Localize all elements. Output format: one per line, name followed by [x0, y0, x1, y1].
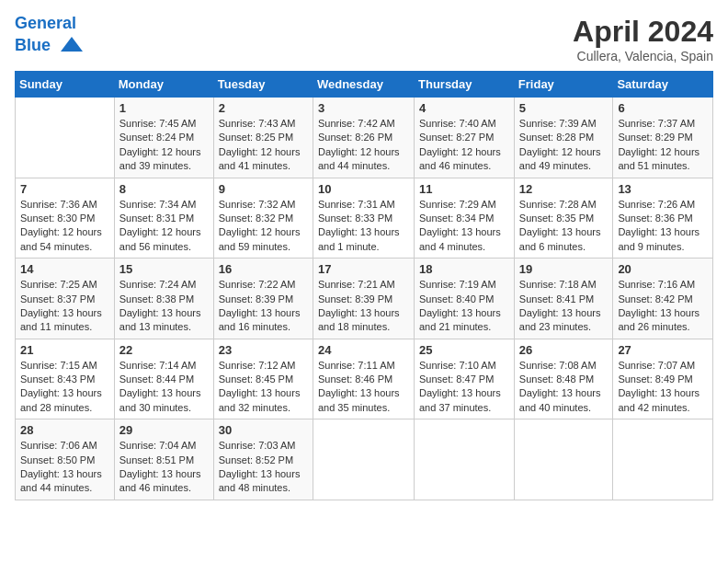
sunrise-text: Sunrise: 7:42 AM — [318, 118, 395, 129]
sunrise-text: Sunrise: 7:36 AM — [20, 199, 97, 210]
day-info: Sunrise: 7:04 AM Sunset: 8:51 PM Dayligh… — [119, 439, 209, 496]
sunset-text: Sunset: 8:41 PM — [519, 293, 594, 304]
sunrise-text: Sunrise: 7:11 AM — [318, 360, 395, 371]
sunset-text: Sunset: 8:49 PM — [618, 373, 692, 385]
sunset-text: Sunset: 8:43 PM — [20, 373, 95, 385]
sunrise-text: Sunrise: 7:45 AM — [119, 118, 197, 129]
daylight-text: Daylight: 13 hours and 11 minutes. — [20, 307, 102, 332]
day-info: Sunrise: 7:36 AM Sunset: 8:30 PM Dayligh… — [20, 198, 109, 255]
calendar-header-row: SundayMondayTuesdayWednesdayThursdayFrid… — [16, 72, 713, 98]
sunrise-text: Sunrise: 7:15 AM — [20, 360, 97, 371]
daylight-text: Daylight: 12 hours and 41 minutes. — [219, 146, 301, 171]
day-info: Sunrise: 7:03 AM Sunset: 8:52 PM Dayligh… — [219, 439, 308, 496]
sunrise-text: Sunrise: 7:06 AM — [20, 440, 97, 451]
day-info: Sunrise: 7:06 AM Sunset: 8:50 PM Dayligh… — [20, 439, 109, 496]
daylight-text: Daylight: 12 hours and 49 minutes. — [519, 146, 601, 171]
sunset-text: Sunset: 8:25 PM — [219, 132, 293, 143]
sunset-text: Sunset: 8:31 PM — [119, 213, 194, 224]
daylight-text: Daylight: 12 hours and 39 minutes. — [119, 146, 201, 171]
sunrise-text: Sunrise: 7:19 AM — [419, 279, 496, 290]
sunrise-text: Sunrise: 7:25 AM — [20, 279, 97, 290]
title-block: April 2024 Cullera, Valencia, Spain — [573, 15, 713, 63]
day-info: Sunrise: 7:40 AM Sunset: 8:27 PM Dayligh… — [419, 117, 509, 174]
sunrise-text: Sunrise: 7:28 AM — [519, 199, 597, 210]
calendar-cell — [313, 419, 414, 500]
calendar-week-row: 1 Sunrise: 7:45 AM Sunset: 8:24 PM Dayli… — [16, 98, 713, 178]
sunset-text: Sunset: 8:36 PM — [618, 213, 692, 224]
calendar-week-row: 14 Sunrise: 7:25 AM Sunset: 8:37 PM Dayl… — [16, 259, 713, 339]
day-info: Sunrise: 7:42 AM Sunset: 8:26 PM Dayligh… — [318, 117, 409, 174]
sunset-text: Sunset: 8:29 PM — [618, 132, 692, 143]
calendar-cell: 23 Sunrise: 7:12 AM Sunset: 8:45 PM Dayl… — [213, 339, 313, 419]
calendar-cell: 13 Sunrise: 7:26 AM Sunset: 8:36 PM Dayl… — [613, 178, 713, 259]
day-number: 26 — [519, 343, 609, 357]
daylight-text: Daylight: 12 hours and 56 minutes. — [119, 226, 201, 251]
sunrise-text: Sunrise: 7:29 AM — [419, 199, 496, 210]
calendar-cell: 28 Sunrise: 7:06 AM Sunset: 8:50 PM Dayl… — [16, 419, 115, 500]
day-number: 16 — [219, 262, 308, 276]
sunset-text: Sunset: 8:51 PM — [119, 454, 194, 465]
day-number: 8 — [119, 182, 209, 196]
day-info: Sunrise: 7:34 AM Sunset: 8:31 PM Dayligh… — [119, 198, 209, 255]
sunset-text: Sunset: 8:45 PM — [219, 373, 293, 385]
day-number: 28 — [20, 423, 109, 437]
calendar-cell: 12 Sunrise: 7:28 AM Sunset: 8:35 PM Dayl… — [514, 178, 613, 259]
day-info: Sunrise: 7:14 AM Sunset: 8:44 PM Dayligh… — [119, 359, 209, 416]
day-info: Sunrise: 7:37 AM Sunset: 8:29 PM Dayligh… — [618, 117, 708, 174]
daylight-text: Daylight: 13 hours and 18 minutes. — [318, 307, 400, 332]
daylight-text: Daylight: 13 hours and 42 minutes. — [618, 387, 700, 412]
sunrise-text: Sunrise: 7:43 AM — [219, 118, 296, 129]
page-subtitle: Cullera, Valencia, Spain — [573, 49, 713, 63]
daylight-text: Daylight: 13 hours and 6 minutes. — [519, 226, 601, 251]
calendar-cell: 5 Sunrise: 7:39 AM Sunset: 8:28 PM Dayli… — [514, 98, 613, 178]
daylight-text: Daylight: 13 hours and 13 minutes. — [119, 307, 201, 332]
day-info: Sunrise: 7:08 AM Sunset: 8:48 PM Dayligh… — [519, 359, 609, 416]
calendar-cell: 4 Sunrise: 7:40 AM Sunset: 8:27 PM Dayli… — [415, 98, 515, 178]
day-number: 23 — [219, 343, 308, 357]
sunrise-text: Sunrise: 7:22 AM — [219, 279, 296, 290]
sunset-text: Sunset: 8:50 PM — [20, 454, 95, 465]
sunset-text: Sunset: 8:24 PM — [119, 132, 194, 143]
col-header-saturday: Saturday — [613, 72, 713, 98]
daylight-text: Daylight: 13 hours and 16 minutes. — [219, 307, 301, 332]
calendar-cell: 17 Sunrise: 7:21 AM Sunset: 8:39 PM Dayl… — [313, 259, 414, 339]
sunset-text: Sunset: 8:32 PM — [219, 213, 293, 224]
calendar-cell — [415, 419, 515, 500]
sunset-text: Sunset: 8:47 PM — [419, 373, 494, 385]
day-number: 18 — [419, 262, 509, 276]
calendar-cell: 16 Sunrise: 7:22 AM Sunset: 8:39 PM Dayl… — [213, 259, 313, 339]
day-number: 19 — [519, 262, 609, 276]
day-number: 20 — [618, 262, 708, 276]
calendar-cell: 21 Sunrise: 7:15 AM Sunset: 8:43 PM Dayl… — [16, 339, 115, 419]
day-info: Sunrise: 7:22 AM Sunset: 8:39 PM Dayligh… — [219, 278, 308, 335]
daylight-text: Daylight: 13 hours and 1 minute. — [318, 226, 400, 251]
calendar-cell: 30 Sunrise: 7:03 AM Sunset: 8:52 PM Dayl… — [213, 419, 313, 500]
sunset-text: Sunset: 8:48 PM — [519, 373, 594, 385]
sunset-text: Sunset: 8:39 PM — [219, 293, 293, 304]
day-number: 12 — [519, 182, 609, 196]
daylight-text: Daylight: 13 hours and 35 minutes. — [318, 387, 400, 412]
calendar-cell: 27 Sunrise: 7:07 AM Sunset: 8:49 PM Dayl… — [613, 339, 713, 419]
daylight-text: Daylight: 13 hours and 37 minutes. — [419, 387, 501, 412]
sunrise-text: Sunrise: 7:39 AM — [519, 118, 597, 129]
calendar-cell: 8 Sunrise: 7:34 AM Sunset: 8:31 PM Dayli… — [114, 178, 213, 259]
daylight-text: Daylight: 13 hours and 4 minutes. — [419, 226, 501, 251]
sunset-text: Sunset: 8:38 PM — [119, 293, 194, 304]
daylight-text: Daylight: 13 hours and 46 minutes. — [119, 468, 201, 493]
sunset-text: Sunset: 8:34 PM — [419, 213, 494, 224]
calendar-cell: 29 Sunrise: 7:04 AM Sunset: 8:51 PM Dayl… — [114, 419, 213, 500]
logo-line1: General — [15, 15, 85, 33]
sunrise-text: Sunrise: 7:14 AM — [119, 360, 197, 371]
sunrise-text: Sunrise: 7:21 AM — [318, 279, 395, 290]
calendar-cell: 2 Sunrise: 7:43 AM Sunset: 8:25 PM Dayli… — [213, 98, 313, 178]
calendar-cell: 7 Sunrise: 7:36 AM Sunset: 8:30 PM Dayli… — [16, 178, 115, 259]
sunset-text: Sunset: 8:44 PM — [119, 373, 194, 385]
sunrise-text: Sunrise: 7:18 AM — [519, 279, 597, 290]
day-info: Sunrise: 7:45 AM Sunset: 8:24 PM Dayligh… — [119, 117, 209, 174]
daylight-text: Daylight: 12 hours and 51 minutes. — [618, 146, 700, 171]
daylight-text: Daylight: 13 hours and 48 minutes. — [219, 468, 301, 493]
sunrise-text: Sunrise: 7:16 AM — [618, 279, 695, 290]
day-number: 6 — [618, 101, 708, 115]
day-info: Sunrise: 7:29 AM Sunset: 8:34 PM Dayligh… — [419, 198, 509, 255]
col-header-monday: Monday — [114, 72, 213, 98]
